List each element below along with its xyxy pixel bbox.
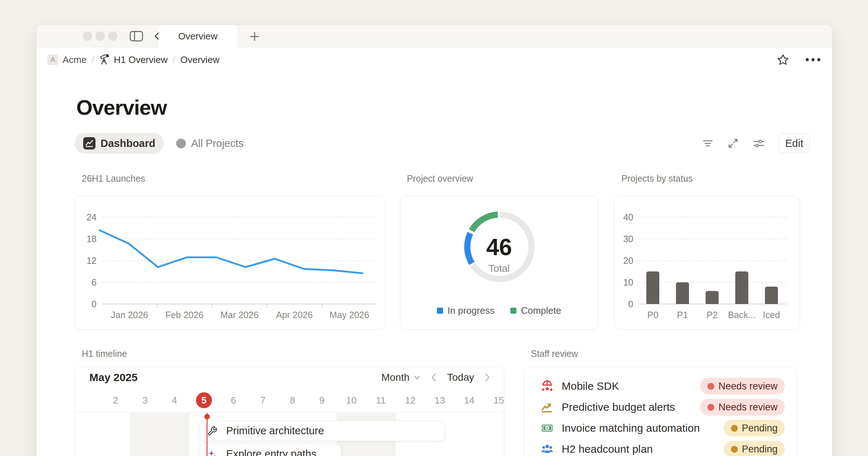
svg-text:0: 0 <box>628 299 633 309</box>
timeline-day[interactable]: 11 <box>372 388 390 413</box>
timeline-day-today[interactable]: 5 <box>196 392 212 408</box>
svg-text:P2: P2 <box>707 310 718 320</box>
timeline-day[interactable]: 2 <box>107 388 125 413</box>
svg-text:P1: P1 <box>677 310 688 320</box>
carousel-icon <box>541 380 554 393</box>
staff-item-label: Predictive budget alerts <box>562 401 700 413</box>
timeline-day[interactable]: 10 <box>342 388 361 413</box>
timeline-prev-icon[interactable] <box>430 373 438 382</box>
breadcrumb-separator: / <box>173 54 175 66</box>
edit-button[interactable]: Edit <box>779 134 810 153</box>
view-tab-dashboard-label: Dashboard <box>101 138 155 149</box>
timeline-view-mode-dropdown[interactable]: Month <box>381 372 421 383</box>
timeline-card: May 2025 Month Today 2345678910111213141… <box>75 367 504 456</box>
launches-line-chart: 24181260Jan 2026Feb 2026Mar 2026Apr 2026… <box>75 196 386 330</box>
telescope-icon <box>99 54 110 65</box>
status-bar-chart: 010203040P0P1P2Back...Iced <box>614 196 800 330</box>
donut-total-value: 46 <box>400 234 598 261</box>
tab-overview[interactable]: Overview <box>158 25 237 48</box>
svg-text:Apr 2026: Apr 2026 <box>276 310 312 320</box>
staff-review-list: Mobile SDK Needs review Predict <box>524 376 797 456</box>
tab-overview-label: Overview <box>178 31 217 42</box>
dashboard-chart-icon <box>83 137 95 149</box>
timeline-next-icon[interactable] <box>484 373 491 382</box>
svg-text:24: 24 <box>86 212 97 222</box>
view-toolbar: Edit <box>702 133 810 154</box>
timeline-grid: Primitive architecture Explore entry pat… <box>75 413 504 456</box>
svg-text:0: 0 <box>92 299 97 309</box>
timeline-today-button[interactable]: Today <box>447 372 474 383</box>
breadcrumb-parent[interactable]: H1 Overview <box>114 54 168 66</box>
status-badge-label: Pending <box>742 423 778 434</box>
section-label-launches: 26H1 Launches <box>82 173 145 184</box>
expand-icon[interactable] <box>727 138 739 149</box>
status-badge[interactable]: Pending <box>724 420 785 436</box>
filter-icon[interactable] <box>702 138 714 149</box>
legend-swatch-blue <box>437 308 443 314</box>
status-dot-icon <box>707 404 714 411</box>
timeline-event-label: Explore entry paths <box>226 448 316 456</box>
staff-row[interactable]: Predictive budget alerts Needs review <box>524 397 797 418</box>
traffic-light-zoom[interactable] <box>108 31 118 41</box>
timeline-days-row: 2345678910111213141516 <box>75 388 504 413</box>
staff-row[interactable]: Mobile SDK Needs review <box>524 376 797 397</box>
status-badge[interactable]: Pending <box>724 441 785 456</box>
launches-card: 24181260Jan 2026Feb 2026Mar 2026Apr 2026… <box>75 196 386 330</box>
breadcrumb-workspace[interactable]: Acme <box>63 54 86 66</box>
svg-text:May 2026: May 2026 <box>329 310 369 320</box>
chevron-down-icon <box>413 373 421 381</box>
status-card: 010203040P0P1P2Back...Iced <box>614 196 800 330</box>
svg-text:30: 30 <box>623 234 633 244</box>
timeline-day[interactable]: 13 <box>431 388 449 413</box>
timeline-event[interactable]: Explore entry paths <box>199 444 341 456</box>
timeline-month-label: May 2025 <box>89 371 137 384</box>
status-dot-icon <box>731 446 738 453</box>
sidebar-toggle-icon[interactable] <box>129 30 144 42</box>
staff-row[interactable]: Invoice matching automation Pending <box>524 418 797 439</box>
view-tab-all-projects[interactable]: All Projects <box>176 138 243 149</box>
sparkles-icon <box>207 449 217 456</box>
status-badge-label: Pending <box>742 444 778 455</box>
workspace-avatar[interactable]: A <box>47 54 58 65</box>
timeline-day[interactable]: 3 <box>136 388 154 413</box>
staff-item-label: Mobile SDK <box>562 380 700 392</box>
status-badge[interactable]: Needs review <box>700 399 785 415</box>
settings-sliders-icon[interactable] <box>753 138 765 149</box>
banknote-icon <box>541 422 554 435</box>
timeline-event[interactable]: Primitive architecture <box>199 421 445 441</box>
window-topbar: Overview <box>37 25 832 47</box>
timeline-day[interactable]: 8 <box>284 388 302 413</box>
people-icon <box>541 443 554 456</box>
more-options-icon[interactable] <box>805 57 821 62</box>
svg-text:6: 6 <box>92 277 97 287</box>
workspace-avatar-letter: A <box>51 56 55 64</box>
legend-swatch-green <box>510 308 516 314</box>
breadcrumb-separator: / <box>92 54 94 66</box>
staff-row[interactable]: H2 headcount plan Pending <box>524 439 797 456</box>
timeline-day[interactable]: 4 <box>166 388 184 413</box>
timeline-day[interactable]: 9 <box>313 388 331 413</box>
breadcrumb-current[interactable]: Overview <box>180 54 220 66</box>
svg-text:P0: P0 <box>647 310 659 320</box>
timeline-header: May 2025 Month Today <box>75 367 504 388</box>
timeline-day[interactable]: 6 <box>225 388 243 413</box>
traffic-light-minimize[interactable] <box>95 31 105 41</box>
status-badge[interactable]: Needs review <box>700 378 785 394</box>
favorite-star-icon[interactable] <box>776 53 790 66</box>
svg-text:12: 12 <box>86 256 97 266</box>
svg-text:Back...: Back... <box>728 310 756 320</box>
timeline-controls: Month Today <box>381 367 491 388</box>
view-tabs: Dashboard All Projects <box>75 133 244 154</box>
new-tab-icon[interactable] <box>248 30 261 43</box>
legend-label-in-progress: In progress <box>447 305 494 316</box>
status-badge-label: Needs review <box>718 381 778 392</box>
timeline-day[interactable]: 14 <box>460 388 478 413</box>
timeline-day[interactable]: 7 <box>254 388 272 413</box>
view-tab-dashboard[interactable]: Dashboard <box>75 133 164 154</box>
status-badge-label: Needs review <box>718 402 778 413</box>
timeline-day[interactable]: 12 <box>401 388 420 413</box>
today-marker-dot <box>204 414 210 419</box>
all-projects-icon <box>176 139 186 148</box>
traffic-light-close[interactable] <box>83 31 92 41</box>
timeline-day[interactable]: 15 <box>490 388 504 413</box>
